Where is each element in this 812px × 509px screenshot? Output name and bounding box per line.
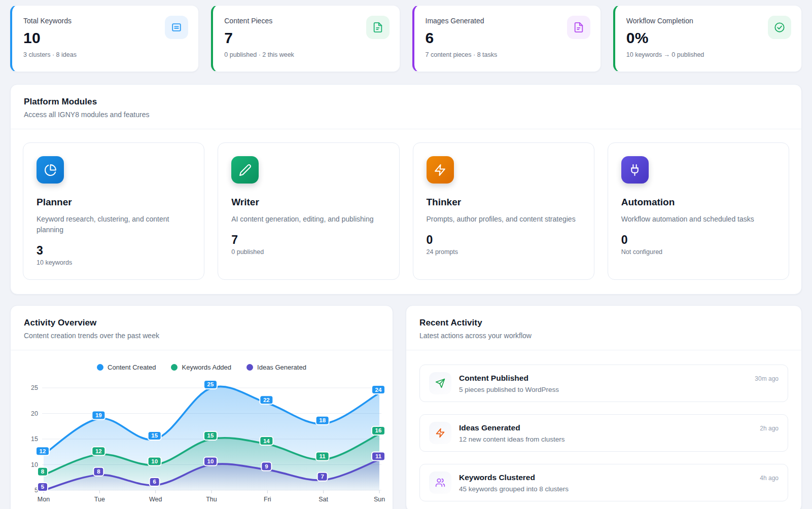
svg-text:12: 12 [40,448,46,454]
stat-sub: 10 keywords → 0 published [626,51,790,58]
stat-card-content-pieces: Content Pieces 7 0 published · 2 this we… [211,5,400,72]
section-subtitle: Access all IGNY8 modules and features [24,111,788,119]
section-title: Platform Modules [24,97,788,107]
activity-item-body: Ideas Generated 2h ago 12 new content id… [459,423,779,443]
legend-item-ideas-generated[interactable]: Ideas Generated [246,363,306,371]
svg-text:11: 11 [320,453,326,459]
legend-label: Ideas Generated [257,363,306,371]
svg-text:Thu: Thu [206,496,217,503]
legend-item-keywords-added[interactable]: Keywords Added [171,363,231,371]
svg-text:Mon: Mon [38,496,50,503]
module-card-writer[interactable]: Writer AI content generation, editing, a… [218,142,399,280]
stat-sub: 3 clusters · 8 ideas [23,51,187,58]
svg-text:14: 14 [263,438,270,444]
pie-chart-icon [37,156,64,184]
svg-text:Fri: Fri [264,496,271,503]
module-description: Keyword research, clustering, and conten… [37,214,189,235]
stat-value: 7 [224,29,388,47]
module-stat-value: 0 [621,233,775,247]
module-stat-label: 24 prompts [427,248,581,256]
stat-value: 10 [23,29,187,47]
svg-text:11: 11 [375,453,382,459]
platform-modules-header: Platform Modules Access all IGNY8 module… [11,85,801,129]
module-description: Prompts, author profiles, and content st… [427,214,579,225]
svg-text:8: 8 [97,468,100,475]
module-stat-label: 0 published [231,248,385,256]
svg-text:6: 6 [153,479,156,485]
legend-dot [246,364,253,371]
activity-title: Ideas Generated [459,423,520,432]
section-subtitle: Latest actions across your workflow [419,332,788,340]
stat-card-total-keywords: Total Keywords 10 3 clusters · 8 ideas [10,5,199,72]
svg-text:22: 22 [263,397,270,403]
activity-description: 45 keywords grouped into 8 clusters [459,485,779,493]
svg-text:24: 24 [375,387,382,393]
plug-icon [621,156,649,184]
svg-text:18: 18 [319,417,326,423]
activity-description: 12 new content ideas from clusters [459,435,779,443]
legend-dot [97,364,103,371]
svg-text:10: 10 [207,458,214,464]
module-stat-value: 0 [427,233,581,247]
recent-activity-header: Recent Activity Latest actions across yo… [406,306,801,350]
list-icon [165,16,188,39]
svg-text:7: 7 [321,474,324,480]
svg-text:8: 8 [41,468,45,475]
svg-text:25: 25 [31,384,38,391]
module-card-thinker[interactable]: Thinker Prompts, author profiles, and co… [413,142,594,280]
stat-label: Content Pieces [224,17,388,25]
activity-time: 4h ago [760,475,779,482]
image-file-icon [567,16,590,39]
file-text-icon [366,16,390,39]
stat-label: Workflow Completion [626,17,790,25]
svg-text:19: 19 [95,412,102,418]
svg-text:Tue: Tue [94,496,105,503]
module-stat-value: 7 [231,233,385,247]
section-title: Activity Overview [24,318,379,328]
module-stat-label: 10 keywords [37,259,191,266]
activity-item-keywords-clustered[interactable]: Keywords Clustered 4h ago 45 keywords gr… [419,464,788,501]
users-icon [429,471,451,494]
svg-text:Wed: Wed [149,496,162,503]
svg-text:15: 15 [31,435,38,443]
activity-title: Content Published [459,374,528,383]
module-description: AI content generation, editing, and publ… [231,214,383,225]
module-card-automation[interactable]: Automation Workflow automation and sched… [608,142,789,280]
chart-legend: Content Created Keywords Added Ideas Gen… [11,363,393,371]
module-name: Writer [231,197,385,208]
stat-value: 0% [626,29,790,47]
module-stat-label: Not configured [621,248,775,256]
bottom-row: Activity Overview Content creation trend… [10,305,802,509]
modules-grid: Planner Keyword research, clustering, an… [11,129,801,294]
svg-text:9: 9 [265,463,268,469]
module-name: Automation [621,197,775,208]
activity-item-content-published[interactable]: Content Published 30m ago 5 pieces publi… [419,365,788,402]
stat-sub: 0 published · 2 this week [224,51,388,58]
stat-card-workflow-completion: Workflow Completion 0% 10 keywords → 0 p… [613,5,802,72]
module-name: Planner [37,197,191,208]
stat-label: Total Keywords [23,17,187,25]
stat-label: Images Generated [426,17,589,25]
stat-sub: 7 content pieces · 8 tasks [426,51,589,58]
svg-text:10: 10 [151,458,158,464]
activity-item-body: Content Published 30m ago 5 pieces publi… [459,374,779,393]
svg-text:15: 15 [207,432,214,439]
recent-activity-list: Content Published 30m ago 5 pieces publi… [406,350,801,509]
module-card-planner[interactable]: Planner Keyword research, clustering, an… [23,142,204,280]
activity-time: 30m ago [755,375,779,382]
legend-item-content-created[interactable]: Content Created [97,363,156,371]
activity-title: Keywords Clustered [459,473,535,482]
svg-text:Sun: Sun [374,496,385,503]
module-description: Workflow automation and scheduled tasks [621,214,773,225]
activity-item-ideas-generated[interactable]: Ideas Generated 2h ago 12 new content id… [419,414,788,452]
stat-card-images-generated: Images Generated 6 7 content pieces · 8 … [412,5,601,72]
svg-text:25: 25 [207,381,214,387]
zap-icon [429,422,451,444]
zap-icon [427,156,454,184]
section-title: Recent Activity [419,318,788,328]
svg-text:15: 15 [151,432,158,439]
activity-description: 5 pieces published to WordPress [459,386,779,393]
legend-dot [171,364,178,371]
platform-modules-panel: Platform Modules Access all IGNY8 module… [10,84,802,295]
activity-chart-wrap: 510152025MonTueWedThuFriSatSun1219152522… [11,371,393,509]
